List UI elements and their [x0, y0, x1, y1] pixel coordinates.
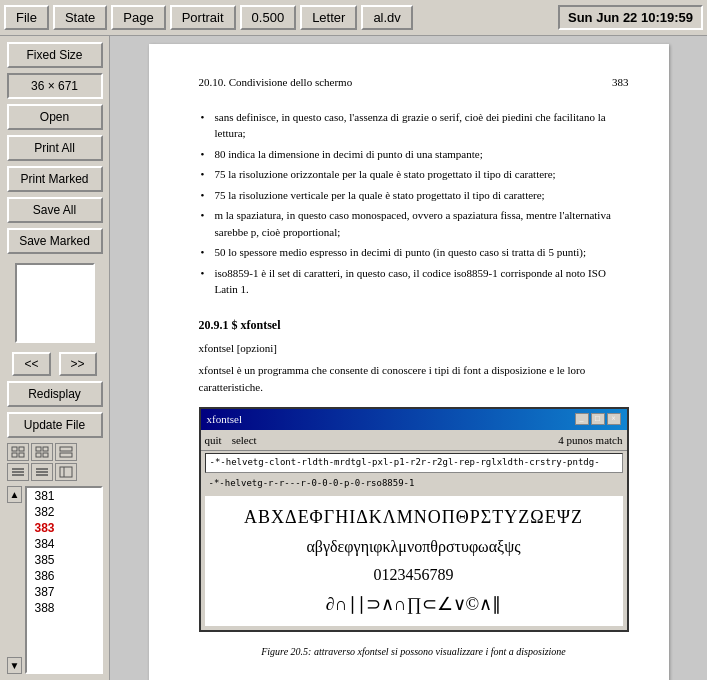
- bullet-2: 80 indica la dimensione in decimi di pun…: [199, 144, 629, 165]
- xfontsel-title: xfontsel: [207, 411, 242, 428]
- svg-rect-7: [43, 453, 48, 457]
- xfontsel-cmd: xfontsel [opzioni]: [199, 340, 629, 357]
- sidebar: Fixed Size 36 × 671 Open Print All Print…: [0, 36, 110, 680]
- page-list: 381 382 383 384 385 386 387 388: [25, 486, 103, 674]
- xfontsel-menu-quit[interactable]: quit: [205, 432, 222, 449]
- open-button[interactable]: Open: [7, 104, 103, 130]
- icon-grid-2[interactable]: [31, 443, 53, 461]
- section-title: 20.10 Condivisione dello schermo: [199, 675, 629, 680]
- icon-grid-3[interactable]: [55, 443, 77, 461]
- page-item-388[interactable]: 388: [27, 600, 101, 616]
- svg-rect-9: [60, 453, 72, 457]
- xfontsel-maximize[interactable]: □: [591, 413, 605, 425]
- svg-rect-4: [36, 447, 41, 451]
- page-item-385[interactable]: 385: [27, 552, 101, 568]
- clock-display: Sun Jun 22 10:19:59: [558, 5, 703, 30]
- update-file-button[interactable]: Update File: [7, 412, 103, 438]
- page-scroll-up[interactable]: ▲: [7, 486, 23, 503]
- bullet-7: iso8859-1 è il set di caratteri, in ques…: [199, 263, 629, 300]
- paper-button[interactable]: Letter: [300, 5, 357, 30]
- svg-rect-0: [12, 447, 17, 451]
- nav-row: << >>: [7, 352, 103, 376]
- page-item-387[interactable]: 387: [27, 584, 101, 600]
- size-display: 36 × 671: [7, 73, 103, 99]
- svg-rect-3: [19, 453, 24, 457]
- bullet-6: 50 lo spessore medio espresso in decimi …: [199, 242, 629, 263]
- bullet-list: sans definisce, in questo caso, l'assenz…: [199, 107, 629, 300]
- filename-button[interactable]: al.dv: [361, 5, 412, 30]
- svg-rect-8: [60, 447, 72, 451]
- bullet-5: m la spaziatura, in questo caso monospac…: [199, 205, 629, 242]
- icon-group-left: [7, 443, 77, 481]
- save-marked-button[interactable]: Save Marked: [7, 228, 103, 254]
- save-all-button[interactable]: Save All: [7, 197, 103, 223]
- doc-header: 20.10. Condivisione dello schermo 383: [199, 74, 629, 91]
- greek-uppercase: ΑΒΧΔΕΦΓΗΙΔΚΛΜΝΟΠΘΡΣΤΥΖΩΕΨΖ: [244, 504, 583, 531]
- svg-rect-2: [12, 453, 17, 457]
- portrait-button[interactable]: Portrait: [170, 5, 236, 30]
- xfontsel-window: xfontsel _ □ × quit select 4 punos match…: [199, 407, 629, 632]
- bullet-1: sans definisce, in questo caso, l'assenz…: [199, 107, 629, 144]
- page-item-381[interactable]: 381: [27, 488, 101, 504]
- toolbar: File State Page Portrait 0.500 Letter al…: [0, 0, 707, 36]
- xfontsel-select-row: -*-helvetg-r-r---r-0-0-0-p-0-rso8859-1: [205, 475, 623, 493]
- icon-list-2[interactable]: [31, 463, 53, 481]
- xfontsel-minimize[interactable]: _: [575, 413, 589, 425]
- print-marked-button[interactable]: Print Marked: [7, 166, 103, 192]
- document-page: 20.10. Condivisione dello schermo 383 sa…: [149, 44, 669, 680]
- zoom-button[interactable]: 0.500: [240, 5, 297, 30]
- xfontsel-display: ΑΒΧΔΕΦΓΗΙΔΚΛΜΝΟΠΘΡΣΤΥΖΩΕΨΖ αβγδεφγηιφκλμ…: [205, 496, 623, 626]
- bullet-3: 75 la risoluzione orizzontale per la qua…: [199, 164, 629, 185]
- page-thumbnail: [15, 263, 95, 343]
- redisplay-button[interactable]: Redisplay: [7, 381, 103, 407]
- main-area: Fixed Size 36 × 671 Open Print All Print…: [0, 36, 707, 680]
- greek-lowercase: αβγδεφγηιφκλμνοπθρστυφωαξψς: [306, 535, 520, 559]
- xfontsel-desc: xfontsel è un programma che consente di …: [199, 362, 629, 395]
- page-item-382[interactable]: 382: [27, 504, 101, 520]
- fixed-size-button[interactable]: Fixed Size: [7, 42, 103, 68]
- greek-digits: 0123456789: [374, 563, 454, 587]
- page-item-383[interactable]: 383: [27, 520, 101, 536]
- xfontsel-titlebar: xfontsel _ □ ×: [201, 409, 627, 430]
- greek-symbols: ∂∩∣∣⊃∧∩∏⊂∠∨©∧∥: [326, 591, 501, 618]
- file-button[interactable]: File: [4, 5, 49, 30]
- bullet-4: 75 la risoluzione verticale per la quale…: [199, 185, 629, 206]
- page-number: 383: [612, 74, 629, 91]
- content-area[interactable]: 20.10. Condivisione dello schermo 383 sa…: [110, 36, 707, 680]
- print-all-button[interactable]: Print All: [7, 135, 103, 161]
- icon-grid-1[interactable]: [7, 443, 29, 461]
- page-scroll-down[interactable]: ▼: [7, 657, 23, 674]
- page-item-386[interactable]: 386: [27, 568, 101, 584]
- xfontsel-controls: _ □ ×: [575, 413, 621, 425]
- xfontsel-menu-select[interactable]: select: [232, 432, 257, 449]
- section-header-title: 20.10. Condivisione dello schermo: [199, 74, 353, 91]
- prev-button[interactable]: <<: [12, 352, 50, 376]
- svg-rect-1: [19, 447, 24, 451]
- page-list-container: ▲ ▼ 381 382 383 384 385 386 387 388: [7, 486, 103, 674]
- icon-strip: [7, 443, 103, 481]
- icon-list-1[interactable]: [7, 463, 29, 481]
- xfontsel-font-row: -*-helvetg-clont-rldth-mrdtgl-pxl-p1-r2r…: [205, 453, 623, 473]
- svg-rect-16: [60, 467, 72, 477]
- svg-rect-5: [43, 447, 48, 451]
- subsection-title: 20.9.1 $ xfontsel: [199, 316, 629, 334]
- xfontsel-menubar: quit select 4 punos match: [201, 430, 627, 452]
- svg-rect-6: [36, 453, 41, 457]
- xfontsel-close[interactable]: ×: [607, 413, 621, 425]
- xfontsel-match-count: 4 punos match: [558, 432, 622, 449]
- page-button[interactable]: Page: [111, 5, 165, 30]
- page-item-384[interactable]: 384: [27, 536, 101, 552]
- figure-caption: Figure 20.5: attraverso xfontsel si poss…: [199, 644, 629, 659]
- next-button[interactable]: >>: [59, 352, 97, 376]
- state-button[interactable]: State: [53, 5, 107, 30]
- icon-list-3[interactable]: [55, 463, 77, 481]
